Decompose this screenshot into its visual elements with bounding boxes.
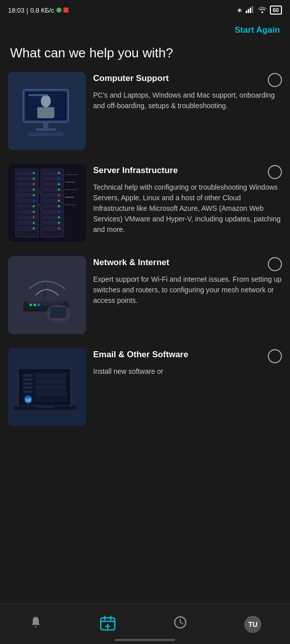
svg-point-58 [58, 216, 60, 218]
svg-point-29 [33, 178, 35, 180]
svg-rect-11 [43, 122, 48, 128]
svg-rect-90 [36, 391, 66, 396]
email-other-radio[interactable] [268, 349, 282, 363]
svg-point-37 [33, 222, 35, 224]
network-indicator [56, 8, 61, 13]
svg-point-30 [33, 183, 35, 185]
server-infrastructure-title: Server Infrastructure [93, 165, 264, 176]
svg-point-51 [58, 178, 60, 180]
clock-icon [173, 615, 187, 633]
svg-rect-63 [65, 189, 78, 190]
nav-item-time[interactable] [169, 611, 191, 637]
nav-item-notifications[interactable] [25, 611, 47, 637]
svg-rect-94 [36, 406, 53, 408]
svg-rect-89 [36, 385, 66, 390]
email-other-description: Install new software or [93, 366, 282, 377]
service-card-server-infrastructure[interactable]: Server Infrastructure Technical help wit… [8, 164, 282, 242]
bell-icon [29, 615, 43, 633]
svg-point-54 [58, 194, 60, 196]
svg-rect-85 [23, 386, 33, 389]
status-bar: 18:03 | 0,8 КБ/с ∗ 60 [0, 0, 290, 20]
svg-point-31 [33, 189, 35, 191]
svg-point-60 [58, 227, 60, 229]
svg-rect-2 [250, 8, 251, 13]
svg-point-52 [58, 183, 60, 185]
server-infrastructure-image [8, 164, 86, 242]
computer-support-image [8, 72, 86, 150]
svg-line-103 [180, 622, 183, 624]
services-list: Computer Support PC's and Laptops, Windo… [0, 72, 290, 491]
bluetooth-icon: ∗ [237, 6, 243, 14]
record-indicator [63, 8, 68, 13]
time: 18:03 [8, 7, 25, 14]
svg-point-76 [38, 303, 40, 306]
status-left: 18:03 | 0,8 КБ/с [8, 7, 68, 14]
email-other-image: 12 [8, 348, 86, 426]
signal-icon [246, 6, 255, 15]
svg-rect-61 [65, 174, 78, 175]
computer-support-title: Computer Support [93, 73, 264, 84]
header: Start Again [0, 20, 290, 38]
service-card-network-internet[interactable]: Network & Internet Expert support for Wi… [8, 256, 282, 334]
svg-rect-64 [65, 197, 74, 198]
service-card-computer-support[interactable]: Computer Support PC's and Laptops, Windo… [8, 72, 282, 150]
home-indicator [115, 639, 175, 641]
svg-point-28 [33, 172, 35, 174]
svg-rect-83 [23, 378, 33, 381]
email-other-title: Email & Other Software [93, 349, 264, 360]
service-card-email-other[interactable]: 12 Email & Other Software Install new so… [8, 348, 282, 426]
computer-support-radio[interactable] [268, 73, 282, 87]
svg-point-57 [58, 211, 60, 213]
nav-item-calendar[interactable] [96, 611, 120, 637]
svg-rect-82 [23, 374, 33, 377]
svg-point-56 [58, 205, 60, 207]
svg-rect-9 [37, 107, 54, 118]
svg-point-32 [33, 194, 35, 196]
server-infrastructure-radio[interactable] [268, 165, 282, 179]
svg-rect-87 [36, 373, 66, 378]
network-internet-title: Network & Internet [93, 257, 264, 268]
computer-support-description: PC's and Laptops, Windows and Mac suppor… [93, 90, 282, 111]
server-infrastructure-content: Server Infrastructure Technical help wit… [93, 164, 282, 235]
svg-point-36 [33, 216, 35, 218]
computer-support-content: Computer Support PC's and Laptops, Windo… [93, 72, 282, 111]
network-internet-radio[interactable] [268, 257, 282, 271]
svg-point-74 [30, 303, 32, 306]
bottom-navigation: TU [0, 604, 290, 644]
wifi-icon [258, 6, 267, 15]
page-title: What can we help you with? [0, 38, 290, 72]
start-again-button[interactable]: Start Again [235, 25, 280, 35]
data-speed: 0,8 КБ/с [30, 7, 54, 14]
svg-point-34 [33, 205, 35, 207]
user-avatar: TU [244, 616, 261, 633]
server-infrastructure-description: Technical help with configuring or troub… [93, 182, 282, 235]
svg-rect-12 [36, 128, 56, 131]
status-right: ∗ 60 [237, 6, 282, 15]
avatar-initials: TU [248, 620, 258, 628]
svg-rect-3 [252, 6, 253, 13]
svg-rect-86 [23, 390, 33, 393]
svg-rect-62 [65, 182, 75, 183]
svg-rect-66 [8, 256, 86, 334]
email-other-content: Email & Other Software Install new softw… [93, 348, 282, 377]
svg-point-75 [34, 303, 36, 306]
svg-rect-1 [248, 9, 249, 13]
svg-rect-65 [65, 204, 76, 205]
svg-point-53 [58, 189, 60, 191]
network-internet-content: Network & Internet Expert support for Wi… [93, 256, 282, 306]
svg-text:12: 12 [26, 397, 31, 403]
svg-point-35 [33, 211, 35, 213]
svg-rect-84 [23, 382, 33, 385]
svg-rect-13 [28, 132, 63, 136]
svg-rect-0 [246, 11, 247, 13]
svg-rect-88 [36, 379, 66, 384]
separator: | [27, 7, 28, 14]
svg-point-59 [58, 222, 60, 224]
svg-point-8 [41, 95, 51, 107]
svg-rect-10 [28, 94, 48, 96]
nav-item-profile[interactable]: TU [240, 612, 265, 637]
svg-point-38 [33, 227, 35, 229]
svg-point-50 [58, 172, 60, 174]
svg-rect-72 [51, 308, 65, 317]
svg-point-55 [58, 200, 60, 202]
